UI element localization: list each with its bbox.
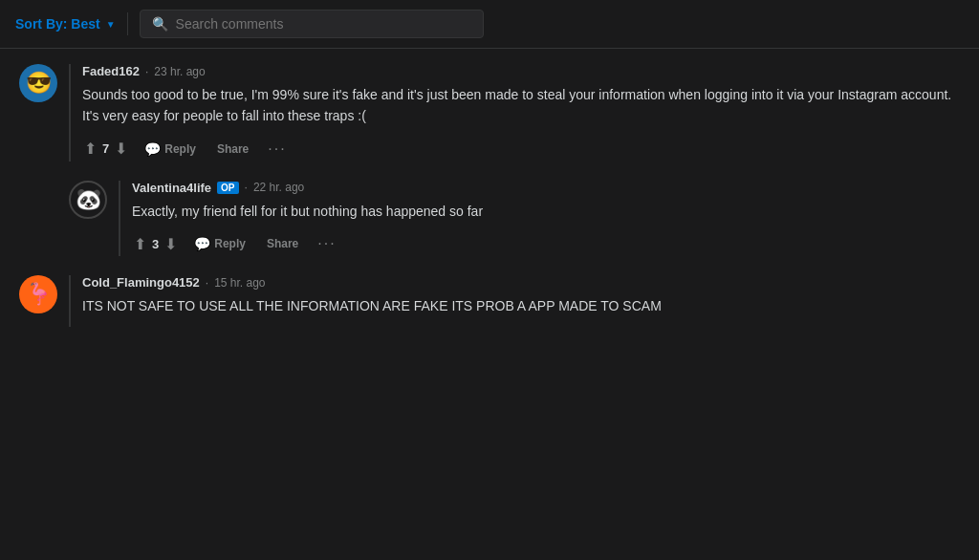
toolbar: Sort By: Best ▼ 🔍: [0, 0, 979, 49]
username: Faded162: [82, 64, 140, 78]
vote-count: 3: [152, 237, 159, 251]
timestamp: 23 hr. ago: [154, 65, 205, 78]
reply-button[interactable]: Reply: [188, 231, 251, 256]
share-button[interactable]: Share: [211, 139, 254, 160]
share-label: Share: [267, 237, 298, 250]
downvote-button[interactable]: [163, 233, 179, 255]
reply-content: Valentina4life OP · 22 hr. ago Exactly, …: [119, 181, 960, 256]
reply-label: Reply: [164, 142, 196, 156]
search-box: 🔍: [140, 10, 484, 38]
vote-area: 3: [132, 233, 179, 255]
sort-button[interactable]: Sort By: Best ▼: [15, 16, 116, 32]
comment-content: Cold_Flamingo4152 · 15 hr. ago ITS NOT S…: [69, 275, 960, 326]
comment-block: 🦩 Cold_Flamingo4152 · 15 hr. ago ITS NOT…: [19, 275, 960, 326]
vote-count: 7: [102, 141, 109, 156]
search-icon: 🔍: [152, 16, 168, 32]
avatar: 😎: [19, 64, 57, 102]
comment-actions: 3 Reply Share ···: [132, 231, 960, 256]
comment-content: Faded162 · 23 hr. ago Sounds too good to…: [69, 64, 960, 162]
reply-icon: [194, 235, 210, 252]
share-button[interactable]: Share: [261, 233, 304, 254]
timestamp: 22 hr. ago: [253, 181, 304, 194]
timestamp: 15 hr. ago: [214, 276, 265, 290]
username: Valentina4life: [132, 181, 211, 195]
op-badge: OP: [217, 182, 238, 194]
upvote-button[interactable]: [82, 138, 98, 160]
more-button[interactable]: ···: [264, 139, 290, 160]
comment-block: 😎 Faded162 · 23 hr. ago Sounds too good …: [19, 64, 960, 162]
reply-label: Reply: [214, 237, 246, 250]
dot-separator: ·: [145, 65, 148, 78]
more-icon: ···: [268, 140, 286, 157]
comment-actions: 7 Reply Share ···: [82, 137, 960, 162]
avatar: 🦩: [19, 275, 57, 313]
sort-label: Sort By: Best: [15, 16, 100, 32]
more-button[interactable]: ···: [314, 233, 339, 254]
comment-text: Sounds too good to be true, I'm 99% sure…: [82, 84, 960, 127]
toolbar-divider: [127, 12, 128, 35]
upvote-icon: [84, 140, 97, 158]
downvote-icon: [164, 235, 177, 253]
comment-header: Faded162 · 23 hr. ago: [82, 64, 960, 78]
dot-separator: ·: [245, 181, 248, 194]
reply-icon: [144, 140, 161, 158]
dot-separator: ·: [206, 276, 208, 290]
more-icon: ···: [317, 235, 336, 251]
comment-header: Cold_Flamingo4152 · 15 hr. ago: [82, 275, 960, 290]
avatar: 🐼: [69, 181, 107, 219]
comment-header: Valentina4life OP · 22 hr. ago: [132, 181, 960, 195]
sort-chevron-icon: ▼: [106, 19, 116, 30]
reply-button[interactable]: Reply: [139, 137, 202, 162]
username: Cold_Flamingo4152: [82, 275, 200, 290]
vote-area: 7: [82, 138, 129, 160]
share-label: Share: [217, 142, 249, 156]
reply-block: 🐼 Valentina4life OP · 22 hr. ago Exactly…: [69, 181, 960, 256]
comments-container: 😎 Faded162 · 23 hr. ago Sounds too good …: [0, 49, 979, 361]
comment-text: ITS NOT SAFE TO USE ALL THE INFORMATION …: [82, 295, 960, 316]
comment-text: Exactly, my friend fell for it but nothi…: [132, 201, 960, 222]
upvote-icon: [134, 235, 146, 253]
upvote-button[interactable]: [132, 233, 148, 255]
downvote-icon: [115, 140, 127, 158]
search-input[interactable]: [176, 16, 471, 32]
downvote-button[interactable]: [113, 138, 129, 160]
